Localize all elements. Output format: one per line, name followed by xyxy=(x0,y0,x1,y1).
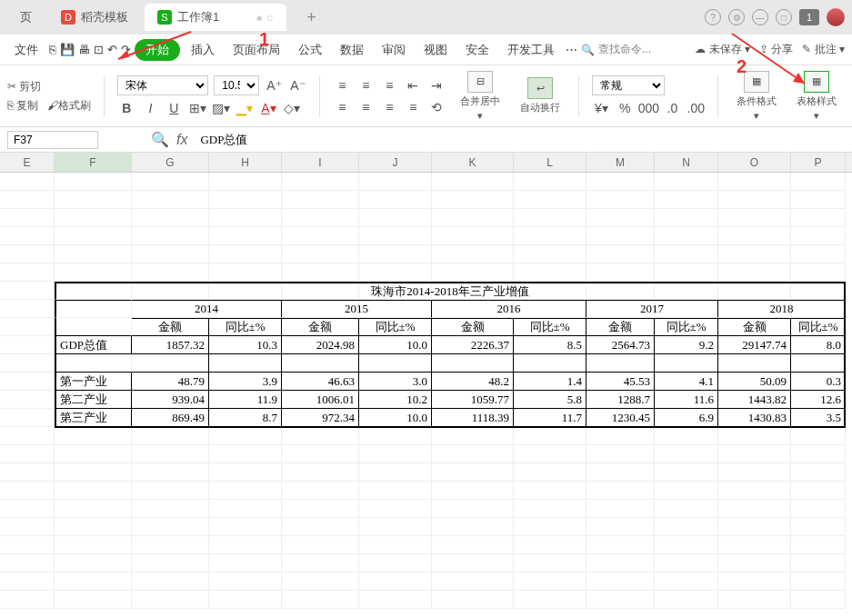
cell[interactable] xyxy=(432,591,514,609)
cell[interactable]: 11.7 xyxy=(514,409,586,427)
cell[interactable] xyxy=(359,482,432,500)
cell[interactable] xyxy=(359,227,432,245)
cell[interactable] xyxy=(132,463,209,482)
cell[interactable] xyxy=(718,445,791,463)
fx-icon[interactable]: fx xyxy=(176,132,187,148)
cell[interactable] xyxy=(132,245,209,263)
cell[interactable] xyxy=(282,572,359,591)
cell[interactable]: 11.6 xyxy=(655,391,718,409)
cell[interactable] xyxy=(55,245,132,263)
cell[interactable] xyxy=(432,518,514,536)
align-center-icon[interactable]: ≡ xyxy=(356,98,375,116)
copy-button[interactable]: ⎘ 复制 xyxy=(7,98,38,114)
cell[interactable]: 同比±% xyxy=(359,318,432,336)
cell[interactable] xyxy=(514,554,586,572)
cell[interactable] xyxy=(718,191,791,209)
cell[interactable] xyxy=(0,318,55,336)
col-header-K[interactable]: K xyxy=(432,153,514,172)
cell[interactable]: 6.9 xyxy=(655,409,718,427)
open-icon[interactable]: ⎘ xyxy=(49,43,56,56)
cell[interactable] xyxy=(359,263,432,282)
cell[interactable] xyxy=(514,209,586,227)
cell[interactable] xyxy=(514,191,586,209)
cell[interactable] xyxy=(132,482,209,500)
cell[interactable] xyxy=(432,209,514,227)
cell[interactable] xyxy=(0,336,55,354)
cell[interactable]: 9.2 xyxy=(655,336,718,354)
format-painter-button[interactable]: 🖌格式刷 xyxy=(47,98,91,114)
cell[interactable] xyxy=(0,482,55,500)
cell[interactable] xyxy=(791,191,846,209)
new-tab-button[interactable]: + xyxy=(299,5,325,30)
cell[interactable] xyxy=(586,572,655,591)
cell[interactable] xyxy=(655,173,718,191)
share-button[interactable]: ⇪ 分享 xyxy=(759,42,793,57)
cell[interactable] xyxy=(282,427,359,445)
cell[interactable]: 同比±% xyxy=(655,318,718,336)
cell[interactable] xyxy=(655,263,718,282)
cell[interactable] xyxy=(55,427,132,445)
preview-icon[interactable]: ⊡ xyxy=(94,43,104,56)
cell[interactable] xyxy=(55,173,132,191)
cell[interactable] xyxy=(0,591,55,609)
cell[interactable] xyxy=(791,554,846,572)
col-header-E[interactable]: E xyxy=(0,153,55,172)
cell[interactable] xyxy=(514,445,586,463)
cell[interactable]: 869.49 xyxy=(132,409,209,427)
cell[interactable]: 5.8 xyxy=(514,391,586,409)
cell[interactable]: 2226.37 xyxy=(432,336,514,354)
cell[interactable] xyxy=(718,354,791,373)
cell[interactable] xyxy=(359,518,432,536)
cell[interactable] xyxy=(718,173,791,191)
cell[interactable] xyxy=(718,482,791,500)
print-icon[interactable]: 🖶 xyxy=(78,43,90,56)
col-header-H[interactable]: H xyxy=(209,153,282,172)
cell[interactable]: 1288.7 xyxy=(586,391,655,409)
cell[interactable] xyxy=(0,300,55,318)
cell[interactable]: 金额 xyxy=(132,318,209,336)
avatar[interactable] xyxy=(827,8,845,26)
cell[interactable] xyxy=(132,500,209,518)
maximize-icon[interactable]: □ xyxy=(776,9,792,25)
bold-icon[interactable]: B xyxy=(117,99,135,117)
cell[interactable] xyxy=(282,463,359,482)
cell[interactable] xyxy=(718,263,791,282)
cell[interactable] xyxy=(0,391,55,409)
number-format-select[interactable]: 常规 xyxy=(592,75,665,95)
cell[interactable] xyxy=(0,445,55,463)
cell[interactable] xyxy=(132,191,209,209)
col-header-N[interactable]: N xyxy=(655,153,718,172)
cell[interactable] xyxy=(282,554,359,572)
cell[interactable] xyxy=(209,263,282,282)
cell[interactable] xyxy=(655,354,718,373)
zoom-icon[interactable]: 🔍 xyxy=(151,131,169,148)
menu-data[interactable]: 数据 xyxy=(333,38,371,62)
cell[interactable] xyxy=(432,173,514,191)
cell[interactable] xyxy=(132,427,209,445)
currency-icon[interactable]: ¥▾ xyxy=(592,99,610,117)
align-middle-icon[interactable]: ≡ xyxy=(356,76,375,94)
cell[interactable] xyxy=(514,173,586,191)
col-header-M[interactable]: M xyxy=(586,153,655,172)
cell[interactable] xyxy=(718,554,791,572)
cell[interactable] xyxy=(514,245,586,263)
highlight-icon[interactable]: ▁▾ xyxy=(236,99,254,117)
cell[interactable]: 同比±% xyxy=(514,318,586,336)
cell[interactable] xyxy=(0,409,55,427)
cell[interactable] xyxy=(718,427,791,445)
save-icon[interactable]: 💾 xyxy=(60,43,75,56)
cell[interactable]: 2017 xyxy=(586,300,718,318)
annotate-button[interactable]: ✎ 批注 ▾ xyxy=(802,42,845,57)
conditional-format-button[interactable]: ▦ 条件格式▾ xyxy=(731,69,782,124)
menu-review[interactable]: 审阅 xyxy=(375,38,413,62)
cell[interactable] xyxy=(432,427,514,445)
cell[interactable] xyxy=(0,427,55,445)
cell[interactable] xyxy=(209,427,282,445)
cell[interactable] xyxy=(0,227,55,245)
cell[interactable] xyxy=(132,536,209,554)
cell[interactable] xyxy=(718,463,791,482)
cell[interactable] xyxy=(432,536,514,554)
cell[interactable] xyxy=(586,173,655,191)
cell[interactable] xyxy=(791,482,846,500)
cell[interactable] xyxy=(655,227,718,245)
